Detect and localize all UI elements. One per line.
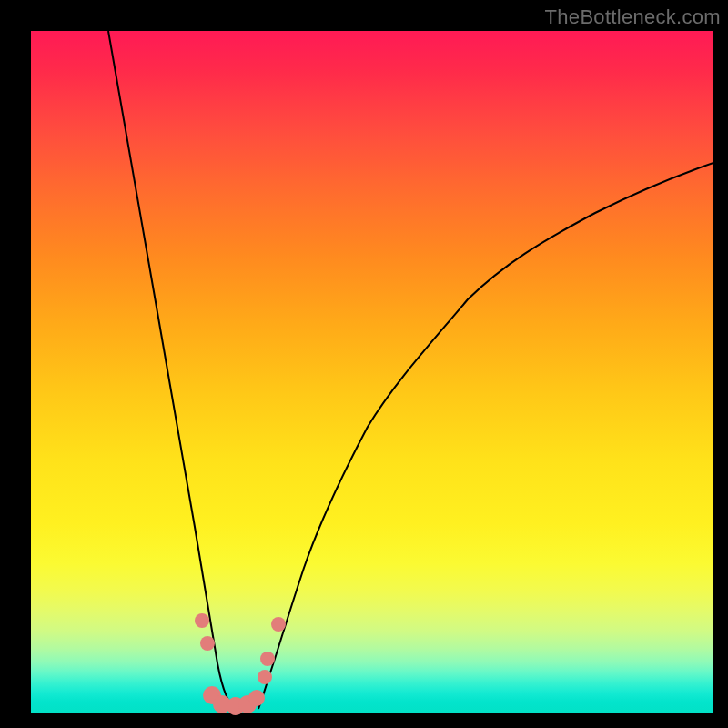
data-marker (195, 613, 209, 628)
left-curve (108, 31, 235, 709)
data-marker (200, 636, 215, 651)
data-marker (260, 652, 275, 666)
data-marker (258, 670, 272, 684)
data-marker (248, 690, 265, 706)
bottleneck-chart: TheBottleneck.com (0, 0, 728, 728)
data-marker (271, 617, 286, 632)
plot-area (31, 31, 713, 713)
right-curve (258, 163, 713, 709)
curves-layer (31, 31, 713, 713)
watermark-text: TheBottleneck.com (545, 5, 721, 29)
